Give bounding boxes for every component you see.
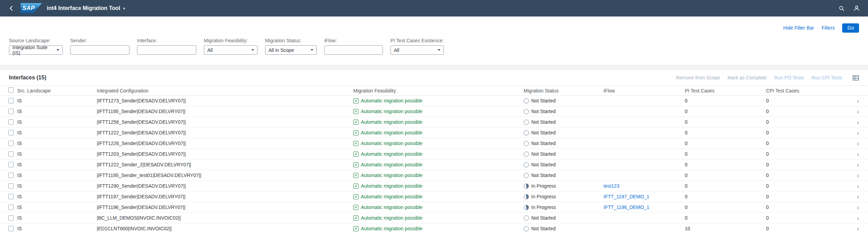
sap-logo: SAP bbox=[21, 3, 42, 13]
table-row[interactable]: IS |IFTT1273_Sender|DESADV.DELVRY07|| ✓ … bbox=[0, 96, 868, 106]
migration-status-text: In Progress bbox=[531, 194, 556, 199]
iflow-link[interactable]: IFTT_1196_DEMO_1 bbox=[604, 205, 649, 210]
migration-status-text: Not Started bbox=[531, 173, 556, 178]
interfaces-table: Interfaces (15) Remove from Scope Mark a… bbox=[0, 70, 868, 232]
chevron-right-icon[interactable]: › bbox=[857, 151, 859, 157]
iflow-link[interactable]: test123 bbox=[604, 183, 619, 189]
filter-field-iflow: iFlow: bbox=[324, 38, 383, 55]
integrated-configuration-cell: |IFTT1290_Sender|DESADV.DELVRY07|| bbox=[97, 183, 353, 189]
table-row[interactable]: IS |IFTT1222_Sender_2|DESADV.DELVRY07|| … bbox=[0, 159, 868, 170]
app-title[interactable]: int4 Interface Migration Tool ▼ bbox=[47, 5, 126, 11]
status-icon bbox=[524, 205, 529, 210]
app-title-text: int4 Interface Migration Tool bbox=[47, 5, 120, 11]
migration-status-select[interactable]: All in Scope bbox=[265, 45, 317, 55]
table-row[interactable]: IS |IFTT1195_Sender_test01|DESADV.DELVRY… bbox=[0, 170, 868, 181]
table-row[interactable]: IS |IFTT1226_Sender|DESADV.DELVRY07|| ✓ … bbox=[0, 138, 868, 149]
row-checkbox[interactable] bbox=[8, 194, 14, 199]
sender-input[interactable] bbox=[70, 45, 129, 55]
migration-feasibility-text: Automatic migration possible bbox=[361, 226, 422, 231]
migration-feasibility-cell: ✓ Automatic migration possible bbox=[353, 215, 524, 221]
row-checkbox[interactable] bbox=[8, 173, 14, 178]
cpi-test-cases-cell: 0 bbox=[766, 226, 845, 231]
row-checkbox[interactable] bbox=[8, 205, 14, 210]
interface-input[interactable] bbox=[137, 45, 196, 55]
run-cpi-tests-button[interactable]: Run CPI Tests bbox=[812, 75, 842, 80]
migration-status-label: Migration Status: bbox=[265, 38, 317, 43]
table-row[interactable]: IS |IFTT1195_Sender|DESADV.DELVRY07|| ✓ … bbox=[0, 106, 868, 117]
source-landscape-select[interactable]: Integration Suite (IS) bbox=[9, 45, 63, 55]
table-row[interactable]: IS |BC_LLM_DEMOS|INVOIC.INVOIC02|| ✓ Aut… bbox=[0, 213, 868, 223]
row-checkbox[interactable] bbox=[8, 215, 14, 221]
chevron-right-icon[interactable]: › bbox=[857, 119, 859, 125]
search-button[interactable] bbox=[836, 2, 847, 14]
table-row[interactable]: IS |IFTT1203_Sender|DESADV.DELVRY07|| ✓ … bbox=[0, 149, 868, 159]
row-checkbox[interactable] bbox=[8, 98, 14, 103]
chevron-right-icon[interactable]: › bbox=[857, 183, 859, 189]
row-checkbox[interactable] bbox=[8, 226, 14, 231]
filter-bar: Hide Filter Bar Filters Go Source Landsc… bbox=[0, 16, 868, 65]
table-row[interactable]: IS |ED1CLNT800|INVOIC.INVOIC02|| ✓ Autom… bbox=[0, 223, 868, 232]
back-button[interactable] bbox=[6, 2, 17, 14]
run-po-tests-button[interactable]: Run PO Tests bbox=[774, 75, 804, 80]
integrated-configuration-cell: |IFTT1197_Sender|DESADV.DELVRY07|| bbox=[97, 194, 353, 199]
select-all-checkbox[interactable] bbox=[8, 87, 14, 93]
export-button[interactable] bbox=[853, 75, 859, 81]
chevron-right-icon[interactable]: › bbox=[857, 172, 859, 179]
migration-status-text: In Progress bbox=[531, 205, 556, 210]
column-header-pi-test-cases: PI Test Cases bbox=[685, 88, 766, 93]
pi-test-cases-existence-select[interactable]: All bbox=[390, 45, 444, 55]
cpi-test-cases-cell: 0 bbox=[766, 98, 845, 103]
chevron-right-icon[interactable]: › bbox=[857, 204, 859, 211]
row-checkbox[interactable] bbox=[8, 119, 14, 125]
filter-field-migration-status: Migration Status: All in Scope bbox=[265, 38, 317, 55]
status-icon bbox=[524, 216, 529, 221]
column-header-migration-feasibility: Migration Feasibility bbox=[353, 88, 524, 93]
checked-checkbox-icon: ✓ bbox=[353, 98, 358, 103]
iflow-link[interactable]: IFTT_1197_DEMO_1 bbox=[604, 194, 649, 199]
migration-status-cell: In Progress bbox=[524, 183, 604, 189]
chevron-right-icon[interactable]: › bbox=[857, 193, 859, 200]
hide-filter-bar-link[interactable]: Hide Filter Bar bbox=[783, 25, 814, 31]
migration-status-text: Not Started bbox=[531, 151, 556, 157]
profile-button[interactable] bbox=[851, 2, 862, 14]
row-checkbox[interactable] bbox=[8, 130, 14, 135]
row-checkbox[interactable] bbox=[8, 141, 14, 146]
go-button[interactable]: Go bbox=[842, 23, 859, 33]
table-row[interactable]: IS |IFTT1197_Sender|DESADV.DELVRY07|| ✓ … bbox=[0, 191, 868, 202]
chevron-right-icon[interactable]: › bbox=[857, 161, 859, 168]
row-checkbox[interactable] bbox=[8, 109, 14, 114]
chevron-right-icon[interactable]: › bbox=[857, 108, 859, 115]
row-checkbox[interactable] bbox=[8, 151, 14, 157]
table-row[interactable]: IS |IFTT1222_Sender|DESADV.DELVRY07|| ✓ … bbox=[0, 128, 868, 138]
mark-as-complete-button[interactable]: Mark as Complete bbox=[728, 75, 767, 80]
column-header-integrated-configuration: Integrated Configuration bbox=[97, 88, 353, 93]
migration-feasibility-select[interactable]: All bbox=[204, 45, 258, 55]
migration-feasibility-text: Automatic migration possible bbox=[361, 119, 422, 125]
column-header-cpi-test-cases: CPI Test Cases bbox=[766, 88, 845, 93]
migration-status-text: Not Started bbox=[531, 141, 556, 146]
chevron-right-icon[interactable]: › bbox=[857, 140, 859, 147]
migration-feasibility-cell: ✓ Automatic migration possible bbox=[353, 194, 524, 199]
row-checkbox[interactable] bbox=[8, 162, 14, 167]
table-header-row: Src. Landscape Integrated Configuration … bbox=[0, 86, 868, 96]
chevron-right-icon[interactable]: › bbox=[857, 97, 859, 104]
table-row[interactable]: IS |IFTT1290_Sender|DESADV.DELVRY07|| ✓ … bbox=[0, 181, 868, 191]
column-header-iflow: iFlow bbox=[604, 88, 685, 93]
src-landscape-cell: IS bbox=[17, 151, 97, 157]
cpi-test-cases-cell: 0 bbox=[766, 109, 845, 114]
row-checkbox[interactable] bbox=[8, 183, 14, 189]
cpi-test-cases-cell: 0 bbox=[766, 141, 845, 146]
integrated-configuration-cell: |BC_LLM_DEMOS|INVOIC.INVOIC02|| bbox=[97, 215, 353, 221]
table-row[interactable]: IS |IFTT1196_Sender|DESADV.DELVRY07|| ✓ … bbox=[0, 202, 868, 213]
chevron-right-icon[interactable]: › bbox=[857, 225, 859, 232]
iflow-input[interactable] bbox=[324, 45, 383, 55]
src-landscape-cell: IS bbox=[17, 162, 97, 167]
chevron-right-icon[interactable]: › bbox=[857, 129, 859, 136]
remove-from-scope-button[interactable]: Remove from Scope bbox=[676, 75, 720, 80]
migration-status-cell: Not Started bbox=[524, 109, 604, 114]
table-row[interactable]: IS |IFTT1256_Sender|DESADV.DELVRY07|| ✓ … bbox=[0, 117, 868, 128]
chevron-right-icon[interactable]: › bbox=[857, 214, 859, 221]
checked-checkbox-icon: ✓ bbox=[353, 194, 358, 199]
filters-link[interactable]: Filters bbox=[822, 25, 835, 31]
migration-status-text: Not Started bbox=[531, 215, 556, 221]
